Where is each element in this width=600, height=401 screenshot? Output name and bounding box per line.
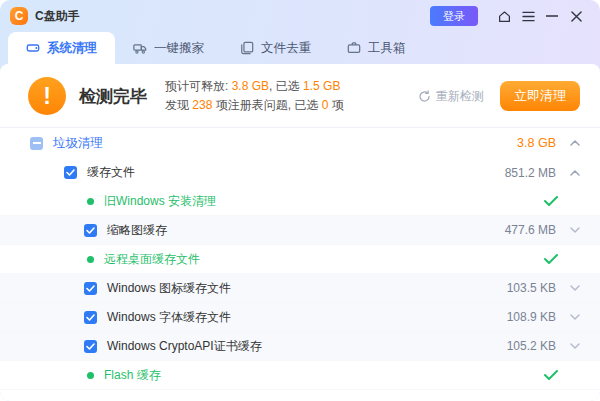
- detection-status-title: 检测完毕: [79, 85, 147, 108]
- toolbox-icon: [347, 41, 361, 55]
- chevron-up-icon[interactable]: [570, 140, 580, 146]
- check-icon: [544, 196, 558, 206]
- item-row-right: 477.6 MB: [505, 223, 580, 237]
- refresh-icon: [418, 90, 431, 103]
- app-title: C盘助手: [35, 8, 80, 25]
- detection-summary: ! 检测完毕 预计可释放: 3.8 GB, 已选 1.5 GB 发现 238 项…: [0, 64, 600, 127]
- tab-label: 文件去重: [261, 40, 311, 57]
- chevron-down-icon[interactable]: [570, 227, 580, 233]
- group-row-junk-cleanup[interactable]: 垃圾清理 3.8 GB: [0, 128, 600, 158]
- tab-bar: 系统清理 一键搬家 文件去重 工具箱: [0, 32, 600, 64]
- tab-one-click-move[interactable]: 一键搬家: [115, 32, 222, 64]
- list-item-flash-cache[interactable]: Flash 缓存: [0, 361, 600, 390]
- item-label: Windows CryptoAPI证书缓存: [107, 338, 262, 355]
- item-size: 105.2 KB: [507, 339, 556, 353]
- registry-issue-count: 238: [192, 98, 212, 112]
- selected-size: 1.5 GB: [303, 79, 340, 93]
- releasable-line: 预计可释放: 3.8 GB, 已选 1.5 GB: [165, 77, 344, 96]
- truck-icon: [133, 41, 147, 55]
- item-label: 缩略图缓存: [107, 222, 167, 239]
- item-size: 108.9 KB: [507, 310, 556, 324]
- checkbox-checked[interactable]: [64, 166, 77, 179]
- group-label: 垃圾清理: [53, 135, 103, 152]
- releasable-size: 3.8 GB: [232, 79, 269, 93]
- chevron-up-icon[interactable]: [570, 170, 580, 176]
- checkbox-checked[interactable]: [84, 340, 97, 353]
- login-button[interactable]: 登录: [430, 6, 478, 26]
- checkbox-checked[interactable]: [84, 311, 97, 324]
- section-row-right: 851.2 MB: [505, 166, 580, 180]
- detection-details: 预计可释放: 3.8 GB, 已选 1.5 GB 发现 238 项注册表问题, …: [165, 77, 344, 115]
- item-label: 远程桌面缓存文件: [104, 251, 200, 268]
- section-row-cache-files[interactable]: 缓存文件 851.2 MB: [0, 158, 600, 187]
- tab-label: 系统清理: [47, 40, 97, 57]
- tab-label: 工具箱: [368, 40, 406, 57]
- item-label: Windows 图标缓存文件: [107, 280, 231, 297]
- disk-icon: [26, 41, 40, 55]
- list-item-remote-desktop-cache[interactable]: 远程桌面缓存文件: [0, 245, 600, 274]
- item-label: Flash 缓存: [104, 367, 161, 384]
- documents-icon: [240, 41, 254, 55]
- clean-now-button[interactable]: 立即清理: [500, 81, 580, 111]
- item-size: 477.6 MB: [505, 223, 556, 237]
- list-item-cryptoapi-cache[interactable]: Windows CryptoAPI证书缓存 105.2 KB: [0, 332, 600, 361]
- section-size: 851.2 MB: [505, 166, 556, 180]
- section-label: 缓存文件: [87, 164, 135, 181]
- check-icon: [544, 370, 558, 380]
- item-row-right: [544, 370, 580, 380]
- alert-icon: !: [28, 77, 66, 115]
- content-panel: ! 检测完毕 预计可释放: 3.8 GB, 已选 1.5 GB 发现 238 项…: [0, 64, 600, 401]
- tab-file-dedupe[interactable]: 文件去重: [222, 32, 329, 64]
- item-row-right: 105.2 KB: [507, 339, 580, 353]
- minimize-icon[interactable]: [540, 0, 564, 32]
- list-item-font-cache[interactable]: Windows 字体缓存文件 108.9 KB: [0, 303, 600, 332]
- chevron-down-icon[interactable]: [570, 314, 580, 320]
- close-icon[interactable]: [564, 0, 588, 32]
- title-bar: C C盘助手 登录: [0, 0, 600, 32]
- tab-toolbox[interactable]: 工具箱: [329, 32, 424, 64]
- item-label: Windows 字体缓存文件: [107, 309, 231, 326]
- redetect-button[interactable]: 重新检测: [418, 88, 484, 105]
- list-item-icon-cache[interactable]: Windows 图标缓存文件 103.5 KB: [0, 274, 600, 303]
- item-size: 103.5 KB: [507, 281, 556, 295]
- checkbox-checked[interactable]: [84, 224, 97, 237]
- item-label: 旧Windows 安装清理: [104, 193, 216, 210]
- summary-actions: 重新检测 立即清理: [418, 81, 580, 111]
- green-dot-icon: [87, 198, 94, 205]
- chevron-down-icon[interactable]: [570, 343, 580, 349]
- app-logo-icon: C: [10, 7, 28, 25]
- green-dot-icon: [87, 256, 94, 263]
- item-row-right: [544, 196, 580, 206]
- tab-label: 一键搬家: [154, 40, 204, 57]
- list-item-old-windows-cleanup[interactable]: 旧Windows 安装清理: [0, 187, 600, 216]
- green-dot-icon: [87, 372, 94, 379]
- list-item-thumbnail-cache[interactable]: 缩略图缓存 477.6 MB: [0, 216, 600, 245]
- checkbox-indeterminate[interactable]: [30, 137, 43, 150]
- item-row-right: 103.5 KB: [507, 281, 580, 295]
- app-window: C C盘助手 登录 系统清理 一键搬家: [0, 0, 600, 401]
- redetect-label: 重新检测: [436, 88, 484, 105]
- menu-icon[interactable]: [516, 0, 540, 32]
- check-icon: [544, 254, 558, 264]
- group-size: 3.8 GB: [517, 136, 556, 150]
- chevron-down-icon[interactable]: [570, 285, 580, 291]
- item-row-right: [544, 254, 580, 264]
- home-icon[interactable]: [492, 0, 516, 32]
- item-row-right: 108.9 KB: [507, 310, 580, 324]
- tab-system-cleanup[interactable]: 系统清理: [8, 32, 115, 64]
- checkbox-checked[interactable]: [84, 282, 97, 295]
- group-row-right: 3.8 GB: [517, 136, 580, 150]
- registry-line: 发现 238 项注册表问题, 已选 0 项: [165, 96, 344, 115]
